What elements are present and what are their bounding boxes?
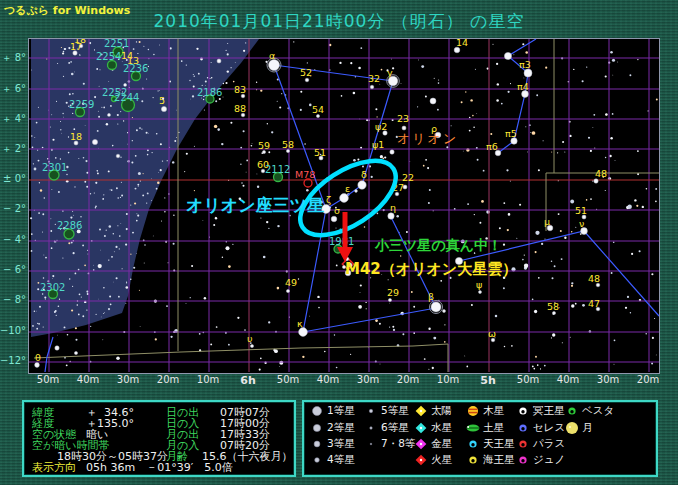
legend-item-label: セレス bbox=[533, 421, 565, 435]
legend-item-label: 2等星 bbox=[327, 421, 355, 435]
mag-symbol-icon bbox=[364, 437, 378, 451]
legend-item: 冥王星 bbox=[516, 404, 565, 418]
diamond-symbol-icon bbox=[414, 437, 428, 451]
ra-tick-label: 30m bbox=[597, 374, 619, 385]
legend-item: 3等星 bbox=[310, 437, 355, 451]
ra-tick-label: 10m bbox=[437, 374, 459, 385]
svg-text:2251: 2251 bbox=[104, 39, 129, 49]
legend-item: 4等星 bbox=[310, 453, 355, 467]
legend-item-label: 1等星 bbox=[327, 404, 355, 418]
legend-item: ジュノ bbox=[516, 453, 565, 467]
svg-text:ψ: ψ bbox=[476, 279, 482, 290]
page-title: 2010年01月01日21時00分 （明石） の星空 bbox=[0, 10, 678, 33]
ra-tick-label: 20m bbox=[637, 374, 659, 385]
legend-item: 土星 bbox=[466, 421, 504, 435]
saturn-symbol-icon bbox=[466, 421, 480, 435]
ring-symbol-icon bbox=[516, 437, 530, 451]
svg-text:58: 58 bbox=[547, 301, 559, 312]
svg-text:α: α bbox=[269, 50, 275, 61]
ra-tick-label: 50m bbox=[517, 374, 539, 385]
legend-item-label: 木星 bbox=[483, 404, 504, 418]
svg-text:2254: 2254 bbox=[96, 51, 121, 62]
info-value: 05h 36m －01°39′ 5.0倍 bbox=[86, 462, 233, 473]
legend-item: 2等星 bbox=[310, 421, 355, 435]
dec-tick-label: − 2° bbox=[3, 203, 26, 214]
mag-symbol-icon bbox=[310, 421, 324, 435]
legend-item-label: ジュノ bbox=[533, 453, 565, 467]
jupiter-symbol-icon bbox=[466, 404, 480, 418]
ra-tick-label: 40m bbox=[557, 374, 579, 385]
info-label: 月齢 bbox=[166, 451, 188, 462]
star-chart-svg[interactable]: αγδεζσηκβνμψ2ψ1ρπ3π4π5π6θυψ1718131451883… bbox=[29, 39, 659, 373]
info-label: 表示方向 bbox=[32, 462, 76, 473]
svg-text:μ: μ bbox=[544, 216, 550, 227]
svg-text:κ: κ bbox=[297, 318, 303, 329]
legend-item: 5等星 bbox=[364, 404, 409, 418]
svg-text:2186: 2186 bbox=[197, 87, 222, 98]
svg-text:オリオン: オリオン bbox=[397, 131, 458, 146]
svg-text:β: β bbox=[428, 291, 434, 302]
legend-item-label: 水星 bbox=[431, 421, 452, 435]
svg-text:58: 58 bbox=[282, 139, 294, 150]
legend-item: ベスタ bbox=[565, 404, 614, 418]
legend-item: 金星 bbox=[414, 437, 452, 451]
svg-text:51: 51 bbox=[575, 205, 587, 216]
svg-text:2112: 2112 bbox=[265, 164, 290, 175]
svg-text:2244: 2244 bbox=[114, 92, 139, 103]
dec-tick-label: − 8° bbox=[3, 294, 26, 305]
legend-item-label: パラス bbox=[533, 437, 565, 451]
svg-text:14: 14 bbox=[121, 50, 133, 61]
svg-text:γ: γ bbox=[387, 67, 393, 78]
declination-axis: ＋ 8°＋ 6°＋ 4°＋ 2°± 0°− 2°− 4°− 6°− 8°−10°… bbox=[0, 38, 27, 372]
svg-text:ε: ε bbox=[345, 183, 350, 194]
right-ascension-axis: 50m40m30m20m10m6h50m40m30m20m10m5h50m40m… bbox=[28, 373, 658, 389]
svg-text:54: 54 bbox=[312, 104, 324, 115]
svg-text:ζ: ζ bbox=[326, 194, 331, 205]
ring-symbol-icon bbox=[516, 404, 530, 418]
svg-text:18: 18 bbox=[70, 131, 82, 142]
svg-text:59: 59 bbox=[258, 140, 270, 151]
star-chart[interactable]: αγδεζσηκβνμψ2ψ1ρπ3π4π5π6θυψ1718131451883… bbox=[28, 38, 660, 374]
symbol-legend-panel: 1等星2等星3等星4等星5等星6等星7・8等太陽水星金星火星木星土星天王星海王星… bbox=[302, 400, 658, 477]
svg-text:48: 48 bbox=[595, 168, 607, 179]
dec-tick-label: ＋ 6° bbox=[1, 82, 26, 96]
legend-item: 木星 bbox=[466, 404, 504, 418]
ra-tick-label: 50m bbox=[277, 374, 299, 385]
belt-annotation-text: オリオン座三ツ星 bbox=[186, 195, 324, 215]
dec-tick-label: −12° bbox=[0, 355, 26, 366]
dec-tick-label: − 6° bbox=[3, 264, 26, 275]
ra-tick-label: 20m bbox=[397, 374, 419, 385]
ring-symbol-icon bbox=[466, 453, 480, 467]
dec-tick-label: ＋ 4° bbox=[1, 112, 26, 126]
svg-text:2286: 2286 bbox=[57, 220, 82, 231]
ra-tick-label: 6h bbox=[240, 374, 256, 387]
mag-symbol-icon bbox=[310, 404, 324, 418]
ring-symbol-icon bbox=[466, 437, 480, 451]
svg-text:2301: 2301 bbox=[42, 162, 67, 173]
middle-annotation-text: 小三ツ星の真ん中！ bbox=[374, 237, 502, 253]
legend-item-label: 6等星 bbox=[381, 421, 409, 435]
svg-text:29: 29 bbox=[387, 287, 399, 298]
svg-text:14: 14 bbox=[456, 39, 468, 48]
ra-tick-label: 30m bbox=[117, 374, 139, 385]
svg-text:π4: π4 bbox=[517, 81, 529, 92]
svg-text:π5: π5 bbox=[505, 128, 517, 139]
svg-text:ω: ω bbox=[488, 328, 496, 339]
ring-symbol-icon bbox=[565, 404, 579, 418]
svg-text:ψ1: ψ1 bbox=[372, 139, 384, 150]
info-value: 15.6（十六夜月） bbox=[202, 451, 293, 462]
legend-item: パラス bbox=[516, 437, 565, 451]
legend-item-label: 太陽 bbox=[431, 404, 452, 418]
ra-tick-label: 30m bbox=[357, 374, 379, 385]
ring-symbol-icon bbox=[516, 421, 530, 435]
legend-item: 7・8等 bbox=[364, 437, 415, 451]
legend-item-label: 土星 bbox=[483, 421, 504, 435]
legend-item-label: ベスタ bbox=[582, 404, 614, 418]
legend-item: セレス bbox=[516, 421, 565, 435]
diamond-symbol-icon bbox=[414, 404, 428, 418]
svg-text:23: 23 bbox=[397, 113, 409, 124]
svg-text:π6: π6 bbox=[486, 141, 498, 152]
ra-tick-label: 5h bbox=[480, 374, 496, 387]
ra-tick-label: 20m bbox=[157, 374, 179, 385]
ra-tick-label: 40m bbox=[77, 374, 99, 385]
